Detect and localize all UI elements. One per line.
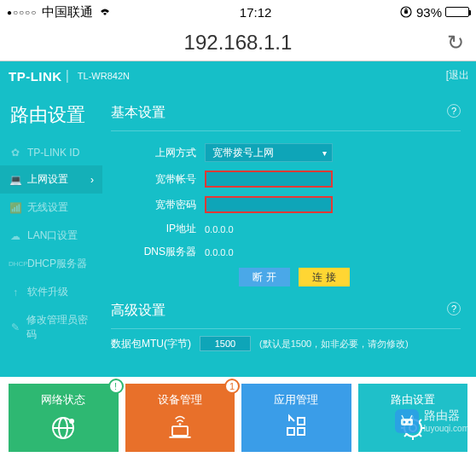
help-icon[interactable]: ? — [447, 104, 461, 118]
sidebar-item-label: 无线设置 — [27, 200, 68, 215]
mtu-hint: (默认是1500，如非必要，请勿修改) — [259, 338, 409, 350]
signal-dots-icon: ●○○○○ — [7, 8, 37, 17]
svg-rect-9 — [298, 418, 305, 425]
svg-rect-10 — [287, 428, 294, 435]
badge-icon: 1 — [224, 379, 240, 394]
watermark-site: luyouqi.com — [424, 424, 469, 433]
router-header: TP-LINK | TL-WR842N [退出 — [0, 61, 476, 90]
svg-line-25 — [402, 415, 403, 419]
wifi-icon: 📶 — [9, 202, 22, 214]
mtu-label: 数据包MTU(字节) — [111, 337, 191, 351]
cloud-icon: ☁ — [9, 230, 22, 242]
tab-network-status[interactable]: ! 网络状态 — [9, 384, 119, 452]
watermark: 路由器 luyouqi.com — [395, 408, 469, 433]
sidebar: 路由设置 ✿ TP-LINK ID 💻 上网设置 › 📶 无线设置 ☁ LAN口… — [0, 90, 102, 351]
main-content: 基本设置 ? 上网方式 宽带拨号上网 宽带帐号 宽带密码 — [102, 90, 476, 351]
mtu-input[interactable] — [200, 336, 251, 351]
tab-device-mgmt[interactable]: 1 设备管理 — [125, 384, 235, 452]
sidebar-item-label: LAN口设置 — [27, 228, 78, 243]
connect-button[interactable]: 连 接 — [299, 268, 350, 286]
sidebar-item-internet[interactable]: 💻 上网设置 › — [0, 165, 102, 194]
mtu-row: 数据包MTU(字节) (默认是1500，如非必要，请勿修改) — [111, 329, 461, 351]
dns-value: 0.0.0.0 — [205, 247, 234, 257]
sidebar-title: 路由设置 — [0, 94, 102, 140]
username-label: 宽带帐号 — [111, 172, 205, 187]
carrier-label: 中国联通 — [42, 4, 93, 20]
sidebar-item-password[interactable]: ✎ 修改管理员密码 — [0, 306, 102, 349]
pencil-icon: ✎ — [9, 321, 21, 333]
globe-icon — [48, 413, 78, 443]
orientation-lock-icon — [399, 5, 413, 19]
sidebar-item-label: 上网设置 — [27, 172, 68, 187]
sidebar-item-label: TP-LINK ID — [27, 147, 79, 159]
sidebar-item-label: 修改管理员密码 — [26, 313, 94, 342]
router-admin-page: TP-LINK | TL-WR842N [退出 路由设置 ✿ TP-LINK I… — [0, 61, 476, 377]
username-input[interactable] — [205, 171, 333, 188]
password-input[interactable] — [205, 196, 333, 213]
svg-line-19 — [419, 434, 421, 437]
browser-address-bar[interactable]: 192.168.1.1 ↻ — [0, 24, 476, 61]
flower-icon: ✿ — [9, 147, 22, 159]
battery-icon — [445, 7, 469, 17]
laptop-wifi-icon — [165, 413, 195, 443]
dns-label: DNS服务器 — [111, 245, 205, 259]
sidebar-item-tplink-id[interactable]: ✿ TP-LINK ID — [0, 140, 102, 165]
svg-point-24 — [408, 420, 410, 423]
svg-line-26 — [410, 415, 412, 419]
tab-label: 网络状态 — [41, 392, 85, 408]
sidebar-item-wireless[interactable]: 📶 无线设置 — [0, 194, 102, 222]
watermark-name: 路由器 — [424, 408, 469, 424]
sidebar-item-upgrade[interactable]: ↑ 软件升级 — [0, 278, 102, 306]
svg-rect-1 — [404, 10, 408, 14]
ios-status-bar: ●○○○○ 中国联通 17:12 93% — [0, 0, 476, 24]
upload-icon: ↑ — [9, 286, 22, 298]
svg-line-20 — [404, 434, 407, 437]
conn-type-select[interactable]: 宽带拨号上网 — [205, 143, 333, 162]
svg-rect-11 — [298, 428, 305, 435]
sidebar-item-label: DHCP服务器 — [27, 257, 87, 271]
help-icon[interactable]: ? — [447, 302, 461, 315]
tab-label: 应用管理 — [274, 392, 318, 408]
sidebar-item-lan[interactable]: ☁ LAN口设置 — [0, 222, 102, 250]
watermark-icon — [395, 409, 419, 433]
model-label: TL-WR842N — [78, 71, 130, 81]
dhcp-icon: DHCP — [9, 260, 22, 268]
ip-label: IP地址 — [111, 222, 205, 236]
logout-link[interactable]: [退出 — [446, 68, 469, 83]
tab-app-mgmt[interactable]: 应用管理 — [241, 384, 351, 452]
ip-value: 0.0.0.0 — [205, 224, 234, 234]
chevron-right-icon: › — [90, 174, 94, 186]
monitor-icon: 💻 — [9, 174, 22, 186]
reload-icon[interactable]: ↻ — [447, 31, 464, 55]
sidebar-item-label: 软件升级 — [27, 285, 68, 299]
svg-rect-7 — [172, 426, 188, 436]
svg-point-6 — [178, 423, 181, 425]
password-label: 宽带密码 — [111, 198, 205, 212]
svg-rect-22 — [401, 419, 413, 425]
battery-pct-label: 93% — [416, 5, 442, 20]
wifi-icon — [98, 5, 112, 20]
disconnect-button[interactable]: 断 开 — [239, 268, 290, 286]
tab-label: 设备管理 — [158, 392, 202, 408]
apps-grid-icon — [281, 413, 311, 443]
svg-point-5 — [69, 419, 74, 424]
badge-icon: ! — [108, 379, 124, 394]
sidebar-item-dhcp[interactable]: DHCP DHCP服务器 — [0, 250, 102, 278]
svg-point-23 — [403, 420, 405, 423]
clock-label: 17:12 — [240, 5, 272, 20]
conn-type-label: 上网方式 — [111, 146, 205, 160]
basic-settings-title: 基本设置 ? — [111, 99, 461, 131]
tab-label: 路由设置 — [391, 392, 435, 408]
brand-logo: TP-LINK — [9, 69, 62, 84]
advanced-settings-title: 高级设置 ? — [111, 297, 461, 329]
url-text: 192.168.1.1 — [184, 31, 293, 55]
